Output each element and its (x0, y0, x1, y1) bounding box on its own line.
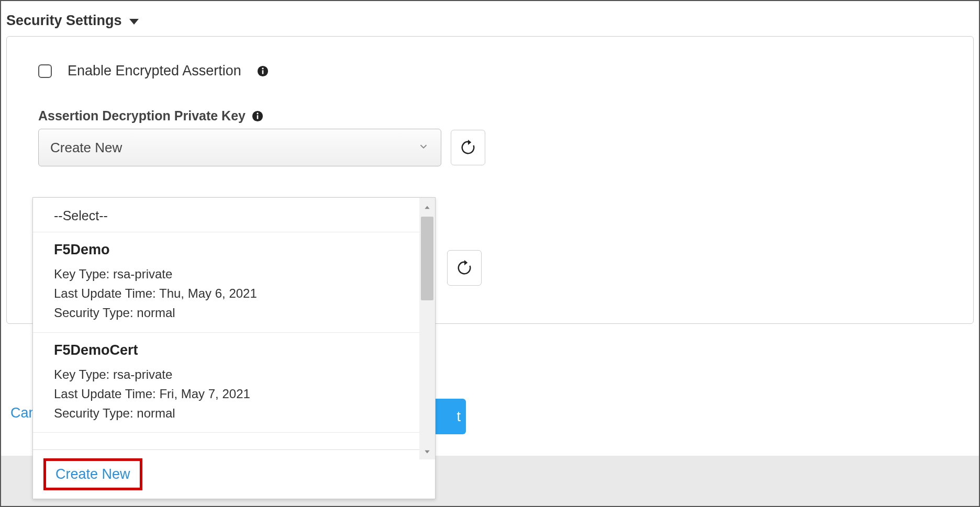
option-key-type: Key Type: rsa-private (54, 365, 398, 384)
dropdown-option-peek[interactable] (33, 433, 419, 449)
svg-rect-1 (262, 70, 263, 74)
option-last-update: Last Update Time: Fri, May 7, 2021 (54, 384, 398, 403)
option-key-type: Key Type: rsa-private (54, 264, 398, 284)
info-icon[interactable] (252, 110, 263, 122)
refresh-button-cert[interactable] (447, 250, 482, 286)
section-header[interactable]: Security Settings (1, 1, 979, 36)
private-key-label: Assertion Decryption Private Key (38, 108, 246, 123)
refresh-button[interactable] (451, 130, 485, 165)
dropdown-content: --Select-- F5Demo Key Type: rsa-private … (33, 198, 435, 449)
svg-point-5 (257, 112, 258, 114)
dropdown-option-f5demo[interactable]: F5Demo Key Type: rsa-private Last Update… (33, 232, 419, 333)
section-title: Security Settings (6, 13, 122, 29)
svg-rect-4 (257, 115, 259, 119)
scroll-down-arrow-icon[interactable] (419, 444, 435, 459)
create-new-label: Create New (55, 466, 130, 482)
option-title: F5Demo (54, 242, 398, 258)
private-key-select[interactable]: Create New (38, 129, 441, 166)
private-key-select-row: Create New (38, 129, 942, 166)
scroll-up-arrow-icon[interactable] (419, 200, 435, 216)
window-frame: Security Settings Enable Encrypted Asser… (0, 0, 980, 507)
private-key-label-row: Assertion Decryption Private Key (38, 108, 942, 123)
svg-point-2 (262, 67, 263, 69)
svg-marker-7 (425, 450, 429, 454)
dropdown-scroll-area: --Select-- F5Demo Key Type: rsa-private … (33, 198, 435, 449)
scrollbar-track[interactable] (419, 198, 435, 459)
option-security-type: Security Type: normal (54, 403, 398, 423)
enable-encrypted-assertion-checkbox[interactable] (38, 64, 52, 78)
enable-encrypted-assertion-label: Enable Encrypted Assertion (68, 63, 241, 79)
info-icon[interactable] (257, 65, 269, 77)
option-title: F5DemoCert (54, 342, 398, 358)
option-last-update: Last Update Time: Thu, May 6, 2021 (54, 284, 398, 303)
caret-down-icon (129, 19, 139, 25)
dropdown-placeholder-option[interactable]: --Select-- (33, 198, 419, 232)
svg-marker-6 (425, 206, 429, 209)
private-key-dropdown: --Select-- F5Demo Key Type: rsa-private … (32, 197, 436, 499)
chevron-down-icon (418, 141, 429, 154)
option-security-type: Security Type: normal (54, 303, 398, 322)
create-new-button[interactable]: Create New (43, 458, 142, 490)
scrollbar-thumb[interactable] (421, 217, 433, 300)
dropdown-footer: Create New (33, 449, 435, 499)
encrypted-assertion-row: Enable Encrypted Assertion (38, 63, 942, 79)
next-button[interactable]: t (430, 399, 466, 434)
private-key-selected-value: Create New (50, 140, 122, 156)
next-button-text-partial: t (456, 409, 461, 425)
dropdown-option-f5democert[interactable]: F5DemoCert Key Type: rsa-private Last Up… (33, 333, 419, 433)
